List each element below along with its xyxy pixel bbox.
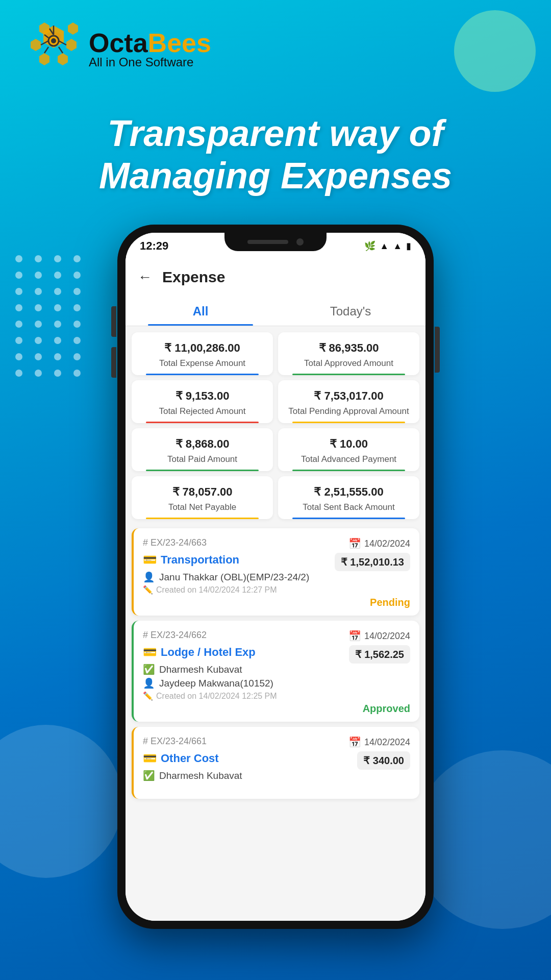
expense-card-0-header: # EX/23-24/663 📅 14/02/2024 bbox=[143, 537, 410, 550]
stat-pending-approval-amount: ₹ 7,53,017.00 bbox=[286, 389, 411, 403]
stat-total-expense-label: Total Expense Amount bbox=[140, 358, 265, 369]
stat-pending-approval: ₹ 7,53,017.00 Total Pending Approval Amo… bbox=[278, 380, 419, 423]
expense-verified-1: ✅ Dharmesh Kubavat bbox=[143, 664, 410, 675]
stat-advanced-payment: ₹ 10.00 Total Advanced Payment bbox=[278, 428, 419, 471]
wifi-icon: ▲ bbox=[380, 241, 389, 252]
leaf-icon: 🌿 bbox=[364, 240, 375, 252]
tab-todays[interactable]: Today's bbox=[276, 295, 425, 326]
stat-advanced-payment-amount: ₹ 10.00 bbox=[286, 437, 411, 451]
screen-title: Expense bbox=[162, 268, 225, 286]
stat-total-rejected-label: Total Rejected Amount bbox=[140, 406, 265, 417]
stat-total-approved-amount: ₹ 86,935.00 bbox=[286, 341, 411, 355]
person-icon-1: 👤 bbox=[143, 677, 155, 689]
back-button[interactable]: ← bbox=[138, 269, 152, 285]
expense-card-2[interactable]: # EX/23-24/661 📅 14/02/2024 💳 O bbox=[132, 727, 419, 799]
tagline: All in One Software bbox=[89, 55, 211, 69]
stat-total-expense: ₹ 11,00,286.00 Total Expense Amount bbox=[132, 332, 273, 375]
stat-net-payable-amount: ₹ 78,057.00 bbox=[140, 485, 265, 499]
hash-icon: # bbox=[143, 537, 151, 548]
category-icon-1: 💳 bbox=[143, 646, 157, 659]
phone-notch bbox=[224, 233, 327, 251]
svg-marker-4 bbox=[68, 22, 78, 35]
stat-net-payable: ₹ 78,057.00 Total Net Payable bbox=[132, 476, 273, 519]
status-time: 12:29 bbox=[140, 239, 168, 253]
brand-bees: Bees bbox=[148, 28, 211, 58]
signal-icon: ▲ bbox=[393, 241, 402, 252]
stat-pending-approval-label: Total Pending Approval Amount bbox=[286, 406, 411, 417]
expense-status-1: Approved bbox=[363, 703, 410, 714]
edit-icon-0: ✏️ bbox=[143, 585, 153, 595]
expense-date-2: 📅 14/02/2024 bbox=[348, 736, 410, 748]
battery-icon: ▮ bbox=[406, 240, 411, 252]
calendar-icon-0: 📅 bbox=[348, 537, 361, 550]
stat-total-paid: ₹ 8,868.00 Total Paid Amount bbox=[132, 428, 273, 471]
svg-marker-5 bbox=[31, 39, 41, 51]
svg-line-14 bbox=[44, 47, 48, 53]
expense-category-1: 💳 Lodge / Hotel Exp bbox=[143, 646, 256, 659]
expense-amount-2: ₹ 340.00 bbox=[357, 751, 410, 770]
phone-power-btn bbox=[435, 327, 440, 373]
expense-person-1: 👤 Jaydeep Makwana(10152) bbox=[143, 677, 410, 689]
expense-verified-2: ✅ Dharmesh Kubavat bbox=[143, 770, 410, 781]
expense-status-0: Pending bbox=[370, 597, 410, 608]
svg-point-17 bbox=[51, 38, 56, 43]
phone-volume-down-btn bbox=[111, 347, 116, 378]
expense-category-2: 💳 Other Cost bbox=[143, 752, 219, 765]
headline-line2: Managing Expenses bbox=[99, 155, 452, 196]
phone-outer-frame: 12:29 🌿 ▲ ▲ ▮ ← Expense All bbox=[117, 225, 434, 929]
stat-total-approved-label: Total Approved Amount bbox=[286, 358, 411, 369]
expense-id-0: # EX/23-24/663 bbox=[143, 537, 207, 548]
phone-volume-up-btn bbox=[111, 306, 116, 337]
stat-sent-back-amount: ₹ 2,51,555.00 bbox=[286, 485, 411, 499]
logo-svg bbox=[26, 20, 82, 77]
expense-person-0: 👤 Janu Thakkar (OBL)(EMP/23-24/2) bbox=[143, 571, 410, 583]
bg-decoration-circle-right bbox=[413, 750, 551, 929]
expense-header: ← Expense bbox=[126, 259, 425, 295]
stat-advanced-payment-label: Total Advanced Payment bbox=[286, 454, 411, 465]
stat-net-payable-label: Total Net Payable bbox=[140, 502, 265, 513]
hash-icon-1: # bbox=[143, 630, 151, 640]
expense-date-1: 📅 14/02/2024 bbox=[348, 630, 410, 642]
stat-sent-back-label: Total Sent Back Amount bbox=[286, 502, 411, 513]
expense-card-0[interactable]: # EX/23-24/663 📅 14/02/2024 💳 T bbox=[132, 528, 419, 616]
hash-icon-2: # bbox=[143, 736, 151, 746]
phone-mockup: 12:29 🌿 ▲ ▲ ▮ ← Expense All bbox=[117, 225, 434, 960]
expense-created-0: ✏️ Created on 14/02/2024 12:27 PM bbox=[143, 585, 410, 595]
expense-id-1: # EX/23-24/662 bbox=[143, 630, 207, 641]
calendar-icon-2: 📅 bbox=[348, 736, 361, 748]
expense-date-0: 📅 14/02/2024 bbox=[348, 537, 410, 550]
tab-all[interactable]: All bbox=[126, 295, 276, 326]
brand-name: OctaBees bbox=[89, 28, 211, 58]
svg-line-15 bbox=[59, 47, 63, 53]
check-icon-2: ✅ bbox=[143, 770, 155, 781]
stat-total-rejected: ₹ 9,153.00 Total Rejected Amount bbox=[132, 380, 273, 423]
expense-card-2-header: # EX/23-24/661 📅 14/02/2024 bbox=[143, 736, 410, 748]
expense-list: # EX/23-24/663 📅 14/02/2024 💳 T bbox=[126, 525, 425, 805]
stat-total-expense-amount: ₹ 11,00,286.00 bbox=[140, 341, 265, 355]
front-camera bbox=[296, 238, 304, 246]
headline-line1: Transparent way of bbox=[108, 113, 444, 154]
expense-card-1[interactable]: # EX/23-24/662 📅 14/02/2024 💳 L bbox=[132, 621, 419, 722]
svg-marker-6 bbox=[66, 39, 77, 51]
expense-amount-1: ₹ 1,562.25 bbox=[349, 645, 410, 664]
stat-total-rejected-amount: ₹ 9,153.00 bbox=[140, 389, 265, 403]
logo-text: OctaBees All in One Software bbox=[89, 28, 211, 69]
tab-bar: All Today's bbox=[126, 295, 425, 326]
calendar-icon-1: 📅 bbox=[348, 630, 361, 642]
edit-icon-1: ✏️ bbox=[143, 691, 153, 701]
stats-grid: ₹ 11,00,286.00 Total Expense Amount ₹ 86… bbox=[126, 326, 425, 525]
category-icon-2: 💳 bbox=[143, 752, 157, 765]
app-header-logo: OctaBees All in One Software bbox=[26, 20, 211, 77]
expense-category-0: 💳 Transportation bbox=[143, 553, 239, 567]
expense-card-1-header: # EX/23-24/662 📅 14/02/2024 bbox=[143, 630, 410, 642]
svg-marker-8 bbox=[58, 53, 68, 65]
app-content: ← Expense All Today's ₹ 11,00,286.00 bbox=[126, 259, 425, 921]
phone-screen: 12:29 🌿 ▲ ▲ ▮ ← Expense All bbox=[126, 233, 425, 921]
stat-total-approved: ₹ 86,935.00 Total Approved Amount bbox=[278, 332, 419, 375]
status-icons: 🌿 ▲ ▲ ▮ bbox=[364, 240, 411, 252]
svg-marker-7 bbox=[39, 53, 49, 65]
stat-total-paid-amount: ₹ 8,868.00 bbox=[140, 437, 265, 451]
speaker-grill bbox=[247, 240, 288, 244]
check-icon-1: ✅ bbox=[143, 664, 155, 675]
bg-decoration-circle-left bbox=[0, 725, 122, 878]
